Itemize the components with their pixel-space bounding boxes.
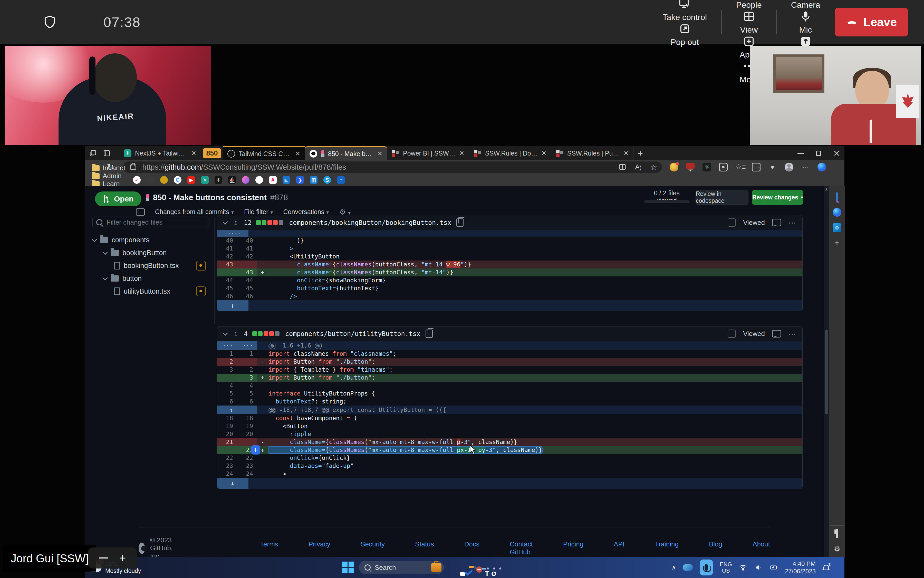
scroll-up-arrow[interactable]: ▲	[824, 187, 829, 192]
diff-line[interactable]: 4040 )}	[217, 237, 802, 245]
review-changes-button[interactable]: Review changes▾	[752, 190, 803, 205]
diff-line[interactable]: 43- className={classNames(buttonClass, "…	[217, 260, 802, 268]
taskbar-app-file-explorer[interactable]	[468, 566, 471, 569]
diff-line[interactable]: 1919 <Button	[217, 422, 802, 430]
expand-all-icon[interactable]: ↕	[234, 329, 238, 338]
expand-all-icon[interactable]: ↕	[234, 218, 238, 227]
tab-close-icon[interactable]: ✕	[541, 149, 546, 157]
expand-diff-row[interactable]: ↓	[217, 300, 802, 311]
footer-link[interactable]: Pricing	[563, 540, 583, 556]
tab-close-icon[interactable]: ✕	[377, 150, 382, 157]
teams-control-button[interactable]: Mic	[791, 10, 820, 35]
diff-line[interactable]: 2323 data-aos="fade-up"	[217, 462, 802, 470]
tree-item-bookingButton[interactable]: bookingButton	[93, 247, 212, 259]
diff-line[interactable]: 4242 <UtilityButton	[217, 253, 802, 260]
wifi-icon[interactable]	[739, 563, 747, 572]
bookmark-gold-wheel-icon[interactable]	[160, 176, 168, 184]
changes-dropdown[interactable]: Changes from all commits▾	[155, 208, 234, 216]
sidebar-copilot-icon[interactable]	[833, 208, 841, 217]
split-screen-icon[interactable]	[619, 163, 626, 171]
bookmark-devops-arrow-icon[interactable]: ❯	[296, 176, 304, 184]
taskbar-app-chat[interactable]	[455, 566, 458, 569]
diff-line[interactable]: 1818 const baseComponent = (	[217, 414, 802, 422]
footer-link[interactable]: Privacy	[309, 540, 330, 556]
diff-line[interactable]: ······@@ -1,6 +1,6 @@	[217, 341, 802, 350]
taskbar-app-edge-2[interactable]	[492, 566, 495, 569]
bookmark-gradient-blob-icon[interactable]	[242, 176, 250, 184]
tab-group-chip[interactable]: 850	[203, 148, 221, 158]
sidebar-settings-gear-icon[interactable]: ⚙	[833, 545, 841, 554]
workspaces-icon[interactable]	[89, 149, 97, 157]
hidden-icons-chevron[interactable]: ∧	[672, 564, 676, 571]
diff-line[interactable]: 66 buttonText?: string;	[217, 398, 802, 406]
browser-essentials-icon[interactable]: ♥	[768, 163, 777, 171]
expand-icon[interactable]: ·····	[217, 230, 248, 237]
extensions-puzzle-icon[interactable]	[719, 163, 728, 171]
expand-icon[interactable]: ↓	[217, 478, 248, 489]
profile-avatar[interactable]	[784, 163, 793, 171]
footer-link[interactable]: Training	[655, 540, 679, 556]
diff-line[interactable]: 21+ className={classNames("mx-auto mt-8 …	[217, 446, 802, 454]
start-button[interactable]	[342, 562, 354, 573]
window-maximize-button[interactable]	[810, 146, 827, 160]
copy-path-icon[interactable]	[456, 218, 464, 227]
ublock-icon[interactable]: 11	[686, 163, 695, 171]
extension-icon[interactable]	[670, 163, 678, 171]
teams-control-button[interactable]: View	[736, 10, 762, 35]
address-bar[interactable]: https://github.com/SSWConsulting/SSW.Web…	[123, 161, 662, 173]
browser-tab[interactable]: 850 - Make buttons consiste✕	[305, 146, 387, 160]
taskbar-search[interactable]: Search	[359, 561, 444, 574]
footer-link[interactable]: Security	[361, 540, 385, 556]
footer-link[interactable]: API	[614, 540, 624, 556]
bookmark-chatgpt-teal-icon[interactable]: ✳	[201, 176, 209, 184]
bookmark-github-icon[interactable]	[255, 176, 263, 184]
sidebar-search-icon[interactable]	[833, 193, 841, 201]
tree-item-utilityButton.tsx[interactable]: utilityButton.tsx	[93, 285, 212, 298]
review-in-codespace-button[interactable]: Review in codespace	[695, 190, 749, 205]
leave-button[interactable]: Leave	[835, 8, 908, 36]
url-text[interactable]: https://github.com/SSWConsulting/SSW.Web…	[143, 163, 346, 171]
taskbar-app-outlook[interactable]	[486, 566, 489, 569]
diff-line[interactable]: 2222 onClick={onClick}	[217, 454, 802, 462]
diff-line[interactable]: 21- className={classNames("mx-auto mt-8 …	[217, 438, 802, 446]
footer-link[interactable]: Terms	[260, 540, 278, 556]
tree-item-components[interactable]: components	[93, 234, 212, 247]
bookmark-dark-tool-icon[interactable]	[146, 176, 154, 184]
footer-link[interactable]: Docs	[464, 540, 479, 556]
footer-link[interactable]: Blog	[709, 540, 722, 556]
browser-tab[interactable]: SSW.Rules | Pull Request - Do yo✕	[551, 146, 633, 160]
notifications-bell-icon[interactable]	[822, 563, 830, 572]
bookmark-skype-icon[interactable]: S	[323, 176, 331, 184]
settings-menu-icon[interactable]: ⋯	[801, 163, 810, 171]
bookmark-sail-icon[interactable]: ⛵	[228, 176, 236, 184]
sidebar-add-icon[interactable]: +	[833, 239, 841, 247]
file-path[interactable]: components/bookingButton/bookingButton.t…	[289, 219, 451, 226]
bookmark-youtube-icon[interactable]: ▶	[187, 176, 195, 184]
taskbar-clock[interactable]: 4:40 PM27/06/2023	[785, 560, 816, 575]
sidebar-panel-icon[interactable]	[833, 529, 841, 538]
footer-link[interactable]: Status	[415, 540, 434, 556]
viewed-checkbox[interactable]	[728, 330, 736, 338]
active-mic-indicator[interactable]	[700, 560, 713, 575]
taskbar-app-task-view[interactable]	[449, 566, 452, 569]
comment-icon[interactable]	[772, 219, 781, 226]
collapse-sidebar-icon[interactable]	[136, 208, 145, 216]
browser-tab[interactable]: ✳NextJS + Tailwind CSS: Overview✕	[119, 146, 201, 160]
bookmark-slack-icon[interactable]: #	[269, 176, 277, 184]
footer-link[interactable]: Contact GitHub	[510, 540, 533, 556]
scrollbar-thumb[interactable]	[825, 330, 828, 414]
page-scrollbar[interactable]: ▲	[824, 186, 829, 557]
window-close-button[interactable]	[828, 146, 845, 160]
share-toolbar-chip[interactable]: +	[88, 547, 137, 568]
teams-control-button[interactable]: 2 People	[736, 0, 762, 10]
diff-line[interactable]: 4141 >	[217, 245, 802, 253]
react-devtools-icon[interactable]: ⚛	[703, 163, 711, 171]
filter-input[interactable]	[106, 218, 205, 227]
tab-close-icon[interactable]: ✕	[459, 149, 464, 157]
copy-path-icon[interactable]	[425, 330, 433, 338]
browser-tab[interactable]: ≈Tailwind CSS Cheat Sheet✕	[223, 146, 305, 160]
diff-file-header[interactable]: ↕12components/bookingButton/bookingButto…	[217, 215, 802, 230]
diff-line[interactable]: 2424 >	[217, 470, 802, 478]
teams-control-button[interactable]: Pop out	[663, 22, 707, 47]
taskbar-app-todo[interactable]	[461, 566, 464, 569]
